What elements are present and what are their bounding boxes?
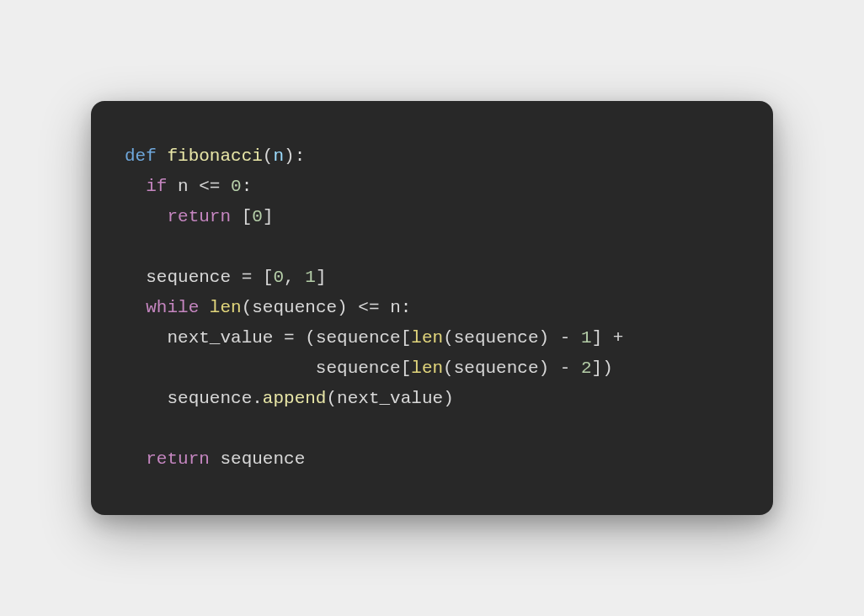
var-sequence: sequence (316, 358, 401, 378)
space (295, 268, 306, 287)
space (549, 328, 560, 348)
code-line-5: sequence = [0, 1] (125, 263, 739, 293)
builtin-len: len (411, 328, 443, 348)
fn-name: fibonacci (167, 146, 262, 166)
code-line-4-blank (125, 232, 739, 263)
paren-close: ) (539, 358, 550, 378)
indent (125, 177, 146, 196)
paren-open: ( (443, 358, 454, 378)
op-eq: = (242, 268, 253, 287)
kw-return: return (167, 207, 231, 226)
space (602, 328, 613, 348)
code-line-3: return [0] (125, 202, 739, 232)
builtin-len: len (411, 358, 443, 378)
code-line-10-blank (125, 414, 739, 444)
code-line-8: sequence[len(sequence) - 2]) (125, 353, 739, 384)
code-line-7: next_value = (sequence[len(sequence) - 1… (125, 323, 739, 353)
bracket-open: [ (263, 268, 274, 287)
bracket-close: ] (592, 358, 603, 378)
var-n: n (178, 177, 189, 196)
colon: : (295, 146, 306, 166)
op-le: <= (358, 298, 379, 317)
paren-open: ( (305, 328, 316, 348)
indent (125, 268, 146, 287)
colon: : (242, 177, 253, 196)
var-sequence: sequence (167, 389, 252, 408)
op-minus: - (560, 358, 571, 378)
num-0: 0 (273, 268, 284, 287)
var-sequence: sequence (220, 449, 305, 469)
var-next-value: next_value (167, 328, 273, 348)
dot: . (252, 389, 263, 408)
num-0: 0 (252, 207, 263, 226)
indent (125, 298, 146, 317)
op-eq: = (284, 328, 295, 348)
code-line-9: sequence.append(next_value) (125, 384, 739, 414)
var-sequence: sequence (146, 268, 231, 287)
kw-def: def (125, 146, 157, 166)
colon: : (401, 298, 412, 317)
space (570, 358, 581, 378)
space (295, 328, 306, 348)
space (273, 328, 284, 348)
space (252, 268, 263, 287)
space (189, 177, 200, 196)
num-2: 2 (581, 358, 592, 378)
bracket-close: ] (316, 268, 327, 287)
code-line-11: return sequence (125, 444, 739, 475)
paren-open: ( (443, 328, 454, 348)
kw-if: if (146, 177, 167, 196)
var-n: n (390, 298, 401, 317)
code-line-2: if n <= 0: (125, 172, 739, 202)
space (570, 328, 581, 348)
indent (125, 449, 146, 469)
num-1: 1 (305, 268, 316, 287)
paren-open: ( (242, 298, 253, 317)
var-sequence: sequence (454, 328, 539, 348)
indent (125, 328, 167, 348)
code-block: def fibonacci(n): if n <= 0: return [0] … (91, 101, 773, 515)
op-minus: - (560, 328, 571, 348)
code-line-6: while len(sequence) <= n: (125, 293, 739, 323)
space (231, 268, 242, 287)
op-le: <= (199, 177, 220, 196)
paren-close: ) (284, 146, 295, 166)
space (199, 298, 210, 317)
space (167, 177, 178, 196)
var-sequence: sequence (316, 328, 401, 348)
num-1: 1 (581, 328, 592, 348)
kw-return: return (146, 449, 210, 469)
var-sequence: sequence (454, 358, 539, 378)
num-0: 0 (231, 177, 242, 196)
paren-close: ) (602, 358, 613, 378)
indent (125, 358, 316, 378)
bracket-close: ] (263, 207, 274, 226)
op-plus: + (613, 328, 624, 348)
comma: , (284, 268, 295, 287)
paren-close: ) (337, 298, 348, 317)
space (220, 177, 231, 196)
space (380, 298, 391, 317)
bracket-open: [ (401, 328, 412, 348)
space (157, 146, 168, 166)
paren-close: ) (443, 389, 454, 408)
space (210, 449, 221, 469)
indent (125, 389, 167, 408)
builtin-len: len (210, 298, 242, 317)
method-append: append (263, 389, 327, 408)
var-next-value: next_value (337, 389, 443, 408)
var-sequence: sequence (252, 298, 337, 317)
paren-close: ) (539, 328, 550, 348)
paren-open: ( (263, 146, 274, 166)
bracket-open: [ (242, 207, 253, 226)
bracket-open: [ (401, 358, 412, 378)
space (348, 298, 359, 317)
space (231, 207, 242, 226)
code-line-1: def fibonacci(n): (125, 141, 739, 172)
space (549, 358, 560, 378)
kw-while: while (146, 298, 199, 317)
paren-open: ( (326, 389, 337, 408)
param-n: n (273, 146, 284, 166)
indent (125, 207, 167, 226)
bracket-close: ] (592, 328, 603, 348)
